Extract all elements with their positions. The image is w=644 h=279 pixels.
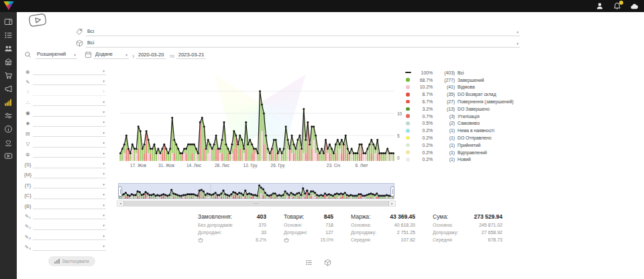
bell-icon[interactable] (612, 2, 621, 11)
chart-total-line[interactable] (119, 91, 394, 154)
legend-label: Самовивіз (458, 121, 513, 125)
search-mode-select[interactable]: Розширений ▾ (36, 50, 77, 59)
minimap-right-handle[interactable] (390, 186, 394, 197)
legend-item[interactable]: 0.2%(1)DO Отправлено (404, 134, 513, 142)
statistics-icon[interactable] (4, 97, 13, 107)
legend-swatch-icon (406, 121, 410, 125)
filter-select[interactable]: ▾ (33, 171, 106, 178)
scroll-left-arrow[interactable]: ◂ (117, 201, 123, 206)
video-tutorial-icon[interactable] (28, 13, 47, 27)
stat-subrow: Середня:107.62 (351, 237, 415, 244)
stat-subrow: Допродажу:2 751.25 (351, 229, 415, 237)
integrations-sliders-icon[interactable] (4, 111, 13, 120)
legend-percent: 0.2% (415, 135, 433, 140)
chevron-down-icon: ▾ (517, 42, 519, 46)
filter-select[interactable]: ▾ (33, 233, 106, 240)
legend-item[interactable]: 0.2%(1)Відправлений (404, 149, 513, 156)
date-field-select[interactable]: Додане ▾ (94, 50, 129, 59)
legend-item[interactable]: 10.2%(41)Відмова (404, 84, 513, 91)
info-icon[interactable] (4, 124, 13, 133)
stat-subrow: Середня:678.73 (433, 237, 502, 244)
legend-item[interactable]: 0.7%(3)Утилізація (404, 113, 513, 120)
partners-heart-icon[interactable] (4, 137, 13, 147)
y-tick-label: 5 (397, 133, 400, 138)
stat-value: 845 (324, 213, 333, 220)
tag-icon (76, 28, 83, 36)
filter-select[interactable]: ▾ (33, 212, 106, 219)
stat-value: 43 369.45 (390, 213, 415, 220)
filter-select[interactable]: ▾ (33, 150, 106, 158)
orders-list-icon[interactable] (4, 30, 13, 40)
filter-row: ⊜▾ (23, 150, 106, 158)
search-icon[interactable] (24, 51, 32, 58)
legend-item[interactable]: 8.7%(35)DO Возврат склад (404, 91, 513, 98)
legend-item[interactable]: 0.5%(2)Самовивіз (404, 120, 513, 127)
user-icon[interactable] (595, 2, 604, 11)
sales-cart-icon[interactable] (4, 70, 13, 80)
scrollbar-grip: ••• (254, 203, 258, 205)
money-icon: ⊟ (23, 131, 33, 137)
stat-column: Замовлення:403Без допродажів:370Допродан… (198, 213, 266, 244)
legend-item[interactable]: 0.2%(1)Прийнятий (404, 142, 513, 149)
scrollbar-thumb[interactable]: ••• (123, 201, 389, 206)
legend-percent: 0.2% (415, 150, 433, 155)
legend-item[interactable]: 68.7%(277)Завершений (404, 76, 513, 84)
filter-select[interactable]: ▾ (33, 181, 106, 188)
filter-select[interactable]: ▾ (33, 78, 106, 85)
category-select[interactable]: Всі ▾ (86, 27, 520, 36)
cloud-avatar-icon[interactable] (630, 2, 639, 11)
apply-button[interactable]: Застосувати (48, 256, 95, 266)
legend-swatch-icon (406, 100, 410, 104)
marketing-megaphone-icon[interactable] (4, 84, 13, 93)
customers-icon[interactable] (4, 44, 13, 53)
legend-label: Відправлений (458, 150, 513, 155)
legend-label: Прийнятий (458, 143, 513, 148)
filter-select[interactable]: ▾ (33, 68, 106, 75)
list-view-icon[interactable] (305, 259, 313, 266)
legend-swatch-icon (406, 107, 410, 111)
legend-count: (3) (435, 114, 455, 119)
app-logo-icon[interactable] (3, 1, 14, 10)
chevron-down-icon: ▾ (103, 90, 105, 94)
minimap-left-handle[interactable] (118, 186, 122, 197)
legend-swatch-icon (406, 85, 410, 89)
date-to-input[interactable]: 2023-03-21 (176, 50, 206, 59)
filter-select[interactable]: ▾ (33, 119, 106, 127)
video-icon[interactable] (4, 151, 13, 160)
filter-select[interactable]: ▾ (33, 161, 106, 168)
topbar (0, 0, 644, 12)
legend-item[interactable]: 100%(403)Всі (404, 69, 513, 76)
date-from-input[interactable]: 2020-03-20 (136, 50, 166, 59)
filter-select[interactable]: ▾ (33, 202, 106, 209)
filter-select[interactable]: ▾ (33, 99, 106, 106)
legend-label: Нема в наявності (458, 128, 513, 133)
stat-subvalue: 370 (258, 222, 266, 229)
filter-row: {C}▾ (23, 191, 106, 199)
legend-item[interactable]: 0.2%(1)Нема в наявності (404, 127, 513, 134)
filter-row: ?▾ (23, 88, 106, 96)
orders-chart[interactable] (119, 67, 394, 161)
date-from-label: з (132, 54, 134, 58)
filter-select[interactable]: ▾ (33, 129, 106, 137)
filter-select[interactable]: ▾ (33, 89, 106, 96)
legend-item[interactable]: 6.7%(27)Повернення (завершений) (404, 98, 513, 105)
legend-item[interactable]: 3.2%(13)DO Завершено (404, 105, 513, 113)
basket-icon (198, 237, 203, 243)
stat-subrow: 8.2% (198, 237, 266, 244)
legend-count: (41) (435, 85, 455, 89)
legend-item[interactable]: 0.2%(1)Новий (404, 156, 513, 164)
filter-select[interactable]: ▾ (33, 243, 106, 251)
pen-4-icon: ✎₄ (23, 245, 33, 251)
chart-minimap[interactable] (118, 183, 394, 199)
filter-row: {S}▾ (23, 160, 106, 168)
chart-scrollbar[interactable]: ◂ ••• ▸ (117, 201, 396, 207)
store-icon[interactable] (4, 57, 13, 66)
filter-select[interactable]: ▾ (33, 192, 106, 199)
product-select[interactable]: Всі ▾ (86, 39, 520, 48)
product-view-icon[interactable] (324, 259, 331, 266)
dashboard-icon[interactable] (4, 17, 13, 26)
filter-select[interactable]: ▾ (33, 109, 106, 117)
filter-select[interactable]: ▾ (33, 223, 106, 230)
scroll-right-arrow[interactable]: ▸ (389, 201, 395, 206)
filter-select[interactable]: ▾ (33, 140, 106, 148)
